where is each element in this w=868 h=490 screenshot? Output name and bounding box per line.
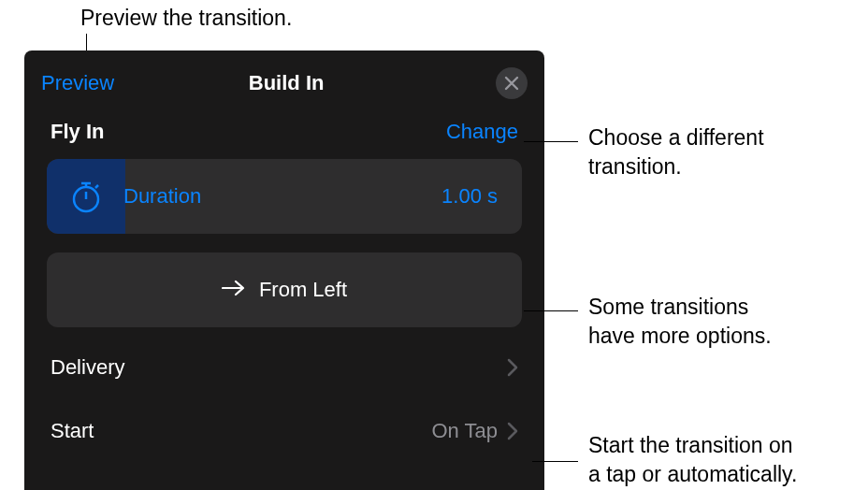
callout-change: Choose a different transition. bbox=[588, 123, 764, 181]
callout-text: Some transitions bbox=[588, 293, 772, 322]
callout-start: Start the transition on a tap or automat… bbox=[588, 431, 797, 489]
callout-text: have more options. bbox=[588, 322, 772, 351]
callout-leadline bbox=[524, 141, 578, 142]
change-button[interactable]: Change bbox=[446, 120, 518, 144]
direction-button[interactable]: From Left bbox=[47, 252, 522, 327]
duration-value: 1.00 s bbox=[441, 184, 498, 209]
start-label: Start bbox=[51, 419, 94, 443]
callout-preview: Preview the transition. bbox=[80, 4, 292, 33]
close-button[interactable] bbox=[496, 67, 528, 99]
direction-label: From Left bbox=[259, 278, 347, 302]
delivery-label: Delivery bbox=[51, 355, 124, 380]
svg-line-4 bbox=[95, 185, 98, 188]
chevron-right-icon bbox=[507, 358, 518, 377]
build-in-panel: Preview Build In Fly In Change bbox=[24, 50, 544, 490]
delivery-row[interactable]: Delivery bbox=[24, 346, 544, 389]
callout-text: Start the transition on bbox=[588, 431, 797, 460]
chevron-right-icon bbox=[507, 422, 518, 440]
callout-leadline bbox=[532, 461, 578, 462]
effect-name: Fly In bbox=[51, 120, 104, 144]
callout-direction: Some transitions have more options. bbox=[588, 293, 772, 351]
panel-header: Preview Build In bbox=[24, 50, 544, 107]
arrow-right-icon bbox=[222, 278, 246, 302]
panel-title: Build In bbox=[77, 71, 496, 95]
duration-label: Duration bbox=[123, 184, 441, 209]
stopwatch-icon bbox=[65, 176, 107, 217]
close-icon bbox=[504, 76, 519, 91]
start-value: On Tap bbox=[431, 419, 498, 443]
effect-row: Fly In Change bbox=[24, 107, 544, 159]
callout-text: transition. bbox=[588, 152, 764, 181]
duration-slider[interactable]: Duration 1.00 s bbox=[47, 159, 522, 234]
callout-text: Choose a different bbox=[588, 123, 764, 152]
callout-leadline bbox=[524, 310, 578, 311]
callout-text: a tap or automatically. bbox=[588, 460, 797, 489]
start-row[interactable]: Start On Tap bbox=[24, 410, 544, 453]
